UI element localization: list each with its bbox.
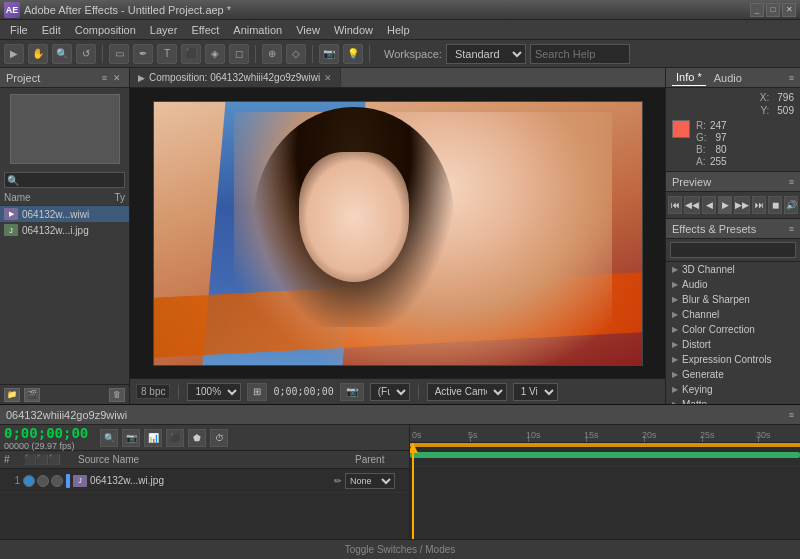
- list-item[interactable]: J 064132w...i.jpg: [0, 222, 129, 238]
- viewer-magnify[interactable]: ⊞: [247, 383, 267, 401]
- menu-animation[interactable]: Animation: [227, 22, 288, 38]
- stamp-tool-button[interactable]: ◈: [205, 44, 225, 64]
- list-item[interactable]: ▶ Distort: [666, 337, 800, 352]
- viewer-sep-1: [178, 385, 179, 399]
- effects-panel-menu[interactable]: ≡: [789, 224, 794, 234]
- menu-file[interactable]: File: [4, 22, 34, 38]
- list-item[interactable]: ▶ Generate: [666, 367, 800, 382]
- zoom-select[interactable]: 100%: [187, 383, 241, 401]
- list-item[interactable]: ▶ Expression Controls: [666, 352, 800, 367]
- toggle-switches-label[interactable]: Toggle Switches / Modes: [345, 544, 456, 555]
- rotate-tool-button[interactable]: ↺: [76, 44, 96, 64]
- tl-graph2-button[interactable]: ⬛: [166, 429, 184, 447]
- menu-edit[interactable]: Edit: [36, 22, 67, 38]
- play-back-button[interactable]: ◀: [702, 196, 716, 214]
- effects-panel-title: Effects & Presets: [672, 223, 756, 235]
- shape-tool-button[interactable]: ◇: [286, 44, 306, 64]
- layer-switches: [23, 475, 63, 487]
- tl-graph-button[interactable]: 📊: [144, 429, 162, 447]
- maximize-button[interactable]: □: [766, 3, 780, 17]
- view-count-select[interactable]: 1 View: [513, 383, 558, 401]
- project-panel-menu[interactable]: ≡: [100, 72, 109, 84]
- parent-select[interactable]: None: [345, 473, 395, 489]
- tl-motion-button[interactable]: ⬟: [188, 429, 206, 447]
- select-tool-button[interactable]: ▶: [4, 44, 24, 64]
- a-value: 255: [710, 156, 727, 167]
- expand-icon: ▶: [672, 340, 678, 349]
- list-item[interactable]: ▶ Audio: [666, 277, 800, 292]
- text-tool-button[interactable]: T: [157, 44, 177, 64]
- project-panel-close[interactable]: ✕: [111, 72, 123, 84]
- playhead[interactable]: [412, 443, 414, 539]
- tl-duration-button[interactable]: ⏱: [210, 429, 228, 447]
- layer-edit-icon[interactable]: ✏: [334, 476, 342, 486]
- list-item[interactable]: ▶ Blur & Sharpen: [666, 292, 800, 307]
- menu-composition[interactable]: Composition: [69, 22, 142, 38]
- list-item[interactable]: ▶ Keying: [666, 382, 800, 397]
- stop-button[interactable]: ◼: [768, 196, 782, 214]
- g-label: G:: [696, 132, 707, 143]
- list-item[interactable]: ▶ 064132w...wiwi: [0, 206, 129, 222]
- hand-tool-button[interactable]: ✋: [28, 44, 48, 64]
- comp-tab-close[interactable]: ✕: [324, 73, 332, 83]
- list-item[interactable]: ▶ Channel: [666, 307, 800, 322]
- menu-effect[interactable]: Effect: [185, 22, 225, 38]
- search-input[interactable]: [530, 44, 630, 64]
- preview-panel-menu[interactable]: ≡: [789, 177, 794, 187]
- pen-tool-button[interactable]: ✒: [133, 44, 153, 64]
- audio-button[interactable]: 🔊: [784, 196, 798, 214]
- new-comp-button[interactable]: 🎬: [24, 388, 40, 402]
- step-back-button[interactable]: ◀◀: [684, 196, 700, 214]
- viewer-camera[interactable]: 📷: [340, 383, 364, 401]
- step-forward-button[interactable]: ▶▶: [734, 196, 750, 214]
- list-item[interactable]: ▶ 3D Channel: [666, 262, 800, 277]
- effect-label: Keying: [682, 384, 713, 395]
- layer-audio[interactable]: [37, 475, 49, 487]
- effects-search-input[interactable]: [670, 242, 796, 258]
- puppet-tool-button[interactable]: ⊕: [262, 44, 282, 64]
- list-item[interactable]: ▶ Matte: [666, 397, 800, 404]
- brush-tool-button[interactable]: ⬛: [181, 44, 201, 64]
- menu-help[interactable]: Help: [381, 22, 416, 38]
- go-to-end-button[interactable]: ⏭: [752, 196, 766, 214]
- menu-window[interactable]: Window: [328, 22, 379, 38]
- delete-item-button[interactable]: 🗑: [109, 388, 125, 402]
- quality-select[interactable]: (Full): [370, 383, 410, 401]
- layer-number: 1: [4, 475, 20, 486]
- timeline-header: 064132whiii42go9z9wiwi ≡: [0, 405, 800, 425]
- play-button[interactable]: ▶: [718, 196, 732, 214]
- view-select[interactable]: Active Camera: [427, 383, 507, 401]
- toolbar-separator-2: [255, 45, 256, 63]
- menu-view[interactable]: View: [290, 22, 326, 38]
- info-tab[interactable]: Info *: [672, 69, 706, 86]
- tl-lock-button[interactable]: 🔍: [100, 429, 118, 447]
- timeline-timecode[interactable]: 0;00;00;00: [4, 425, 88, 441]
- composition-viewer[interactable]: [130, 88, 665, 378]
- layer-solo[interactable]: [51, 475, 63, 487]
- table-row[interactable]: 1 J 064132w...wi.jpg ✏ None: [0, 469, 409, 493]
- audio-tab[interactable]: Audio: [710, 70, 746, 86]
- file-name: 064132w...wiwi: [22, 209, 89, 220]
- timeline-menu[interactable]: ≡: [789, 410, 794, 420]
- project-search-input[interactable]: [4, 172, 125, 188]
- zoom-tool-button[interactable]: 🔍: [52, 44, 72, 64]
- project-list-header: Name Ty: [0, 190, 129, 206]
- minimize-button[interactable]: _: [750, 3, 764, 17]
- camera-tool-button[interactable]: 📷: [319, 44, 339, 64]
- layer-visibility[interactable]: [23, 475, 35, 487]
- workspace-select[interactable]: Standard: [446, 44, 526, 64]
- rect-tool-button[interactable]: ▭: [109, 44, 129, 64]
- track-area[interactable]: [410, 443, 800, 467]
- menu-layer[interactable]: Layer: [144, 22, 184, 38]
- composition-tab[interactable]: ▶ Composition: 064132whiii42go9z9wiwi ✕: [130, 68, 341, 87]
- timeline-tracks-area[interactable]: [410, 443, 800, 539]
- light-tool-button[interactable]: 💡: [343, 44, 363, 64]
- tl-camera-button[interactable]: 📷: [122, 429, 140, 447]
- close-button[interactable]: ✕: [782, 3, 796, 17]
- new-folder-button[interactable]: 📁: [4, 388, 20, 402]
- go-to-start-button[interactable]: ⏮: [668, 196, 682, 214]
- a-label: A:: [696, 156, 705, 167]
- eraser-tool-button[interactable]: ◻: [229, 44, 249, 64]
- list-item[interactable]: ▶ Color Correction: [666, 322, 800, 337]
- info-panel-menu[interactable]: ≡: [789, 73, 794, 83]
